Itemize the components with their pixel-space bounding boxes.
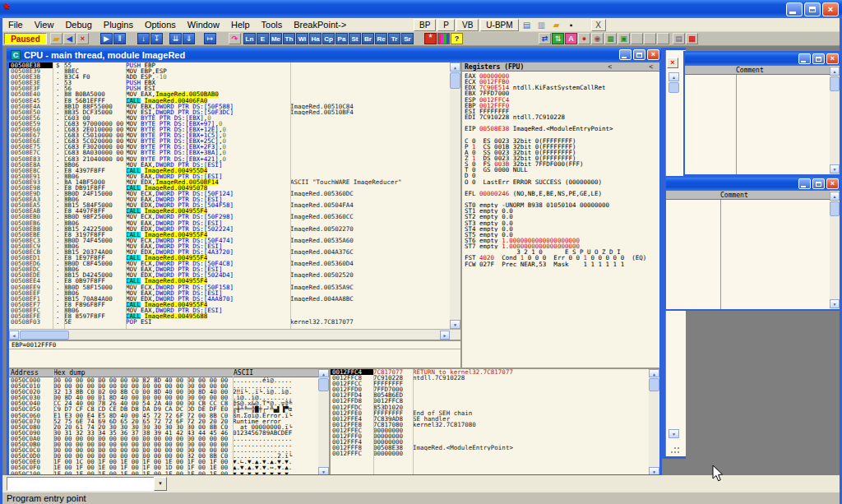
register-row[interactable]: ST0 empty -UNORM B938 01050104 00000000 xyxy=(462,202,659,208)
back-scroll-down-icon[interactable]: ▼ xyxy=(669,429,679,438)
disasm-row[interactable]: 00508EB6.8B06MOV EAX,DWORD PTR DS:[ESI] xyxy=(9,220,450,226)
hex-dump-pane[interactable]: Address Hex dump ASCII 0050C00000 00 00 … xyxy=(9,368,329,474)
pause-button[interactable]: ‖ xyxy=(113,33,126,44)
comment-window-top-content[interactable] xyxy=(685,75,830,174)
stack-row[interactable]: 0012FFC47C817077RETURN to kernel32.7C817… xyxy=(331,369,659,375)
register-row[interactable]: S 0 FS 003B 32bit 7FFDF000(FFF) xyxy=(462,161,659,167)
register-row[interactable]: EIP 00508E38 ImageRed.<ModuleEntryPoint> xyxy=(462,126,659,132)
cpu-window-button[interactable]: Cp xyxy=(322,33,335,44)
threads-window-button[interactable]: Th xyxy=(283,33,295,44)
go-to-address-button[interactable]: ↷ xyxy=(229,33,241,44)
comment-window-bottom-content[interactable] xyxy=(666,200,830,309)
swap-panes-button[interactable]: ⇄ xyxy=(539,33,551,44)
dump-row[interactable]: 0050C060E1 E3 00 E4 E5 8D 40 00 45 72 72… xyxy=(9,413,329,418)
handles-window-button[interactable]: Ha xyxy=(309,33,322,44)
doc-plain-button[interactable]: ▤ xyxy=(673,33,685,44)
dump-row[interactable]: 0050C0D000 00 00 00 00 00 00 00 00 00 00… xyxy=(9,453,329,459)
register-row[interactable]: EAX 00000000 xyxy=(462,73,659,79)
breakpoints-window-button[interactable]: Br xyxy=(362,33,374,44)
close-button[interactable]: × xyxy=(822,2,839,16)
notes-icon[interactable]: ▥ xyxy=(535,19,548,31)
disasm-row[interactable]: 00508ED1.E8 1E97F8FFCALL ImageRed.004955… xyxy=(9,255,450,261)
disasm-row[interactable]: 00508E50.8B35 DCF35000MOV ESI,DWORD PTR … xyxy=(9,109,450,115)
open-file-button[interactable]: ▰ xyxy=(50,33,62,44)
stack-row[interactable]: 0012FFD48054B6ED xyxy=(331,392,659,398)
stack-row[interactable]: 0012FFEC00000000 xyxy=(331,428,659,433)
column-separator[interactable] xyxy=(736,75,737,174)
command-input[interactable] xyxy=(7,477,155,491)
stack-row[interactable]: 0012FFD07FFD7000 xyxy=(331,386,659,392)
scroll-down-icon[interactable]: ▼ xyxy=(830,299,840,308)
disasm-row[interactable]: 00508E4A.8B1D 88F55000MOV EBX,DWORD PTR … xyxy=(9,104,450,109)
dump-row[interactable]: 0050C01000 00 00 00 00 00 00 00 00 00 00… xyxy=(9,383,329,389)
scroll-right-icon[interactable]: ▶ xyxy=(440,331,450,340)
dump-row[interactable]: 0050C0F01E 00 1F 00 1E 00 1F 00 1F 00 1D… xyxy=(9,465,329,470)
dump-row[interactable]: 0050C00000 00 00 00 00 00 00 00 82 8D 40… xyxy=(9,377,329,383)
back-scroll-thumb[interactable] xyxy=(669,82,679,93)
disasm-row[interactable]: 00508E40.B8 B0BA5000MOV EAX,ImageRed.005… xyxy=(9,91,450,97)
register-row[interactable]: O 0 LastErr ERROR_SUCCESS (00000000) xyxy=(462,179,659,185)
disasm-row[interactable]: 00508EFC.8B06MOV EAX,DWORD PTR DS:[ESI] xyxy=(9,307,450,313)
back-scroll-up-icon[interactable]: ▲ xyxy=(669,72,679,81)
restore-button[interactable] xyxy=(804,2,821,16)
disasm-row[interactable]: 00508E3B.83C4 F0ADD ESP,-10 xyxy=(9,74,450,80)
cpu-minimize-button[interactable] xyxy=(619,49,632,60)
record-button[interactable]: ● xyxy=(578,33,590,44)
menu-button-ubpm[interactable]: U-BPM xyxy=(480,19,518,31)
win-b-restore-button[interactable] xyxy=(812,178,825,189)
disasm-row[interactable]: 00508E91.8B06MOV EAX,DWORD PTR DS:[ESI] xyxy=(9,173,450,179)
dump-row[interactable]: 0050C0B000 00 00 00 00 00 00 00 00 00 00… xyxy=(9,442,329,447)
register-row[interactable]: T 0 GS 0000 NULL xyxy=(462,167,659,173)
memory-window-button[interactable]: Me xyxy=(270,33,282,44)
disabled-button-3[interactable] xyxy=(657,33,669,44)
stack-row[interactable]: 0012FFF000000000 xyxy=(331,433,659,439)
help-button[interactable]: ? xyxy=(451,33,463,44)
register-row[interactable]: ST2 empty 0.0 xyxy=(462,214,659,220)
disasm-row[interactable]: 00508E45.E8 56B1EFFFCALL ImageRed.00406F… xyxy=(9,98,450,104)
column-separator[interactable] xyxy=(290,62,291,329)
comment-window-top-titlebar[interactable]: × xyxy=(685,53,840,66)
disasm-row[interactable]: 00508EE4.E8 0B97F8FFCALL ImageRed.004955… xyxy=(9,278,450,284)
disasm-row[interactable]: 00508EAB.E8 4497F8FFCALL ImageRed.004955… xyxy=(9,208,450,214)
register-row[interactable] xyxy=(462,132,659,137)
menu-button-p[interactable]: P xyxy=(437,19,455,31)
disasm-vscrollbar[interactable]: ▲ ▼ xyxy=(450,62,460,329)
win-b-minimize-button[interactable] xyxy=(798,178,811,189)
disasm-row[interactable]: 00508EF7.E8 F896F8FFCALL ImageRed.004955… xyxy=(9,302,450,307)
disasm-row[interactable]: 00508E38$55PUSH EBP xyxy=(9,62,450,68)
disasm-row[interactable]: 00508EA5.8B15 584F5000MOV EDX,DWORD PTR … xyxy=(9,202,450,208)
menu-button-bp[interactable]: BP xyxy=(414,19,436,31)
disassembly-pane[interactable]: 00508E38$55PUSH EBP00508E39.8BECMOV EBP,… xyxy=(9,62,450,329)
cpu-restore-button[interactable] xyxy=(633,49,645,60)
register-row[interactable]: EDX 7C90E514 ntdll.KiFastSystemCallRet xyxy=(462,85,659,90)
stack-window-button[interactable]: St xyxy=(349,33,361,44)
menu-button-vb[interactable]: VB xyxy=(456,19,479,31)
dump-row[interactable]: 0050C050C9 D7 CF C8 CD CE DB D8 DA D9 CA… xyxy=(9,406,329,412)
disasm-row[interactable]: 00508E56.C603 00MOV BYTE PTR DS:[EBX],0 xyxy=(9,115,450,121)
cpu-titlebar[interactable]: C CPU - main thread, module ImageRed × xyxy=(7,48,662,62)
scroll-up-icon[interactable]: ▲ xyxy=(450,62,460,72)
numbers-grid-button[interactable]: ▦ xyxy=(604,33,617,44)
menu-item-plugins[interactable]: Plugins xyxy=(98,19,139,30)
dump-vscrollbar[interactable]: ▲ ▼ xyxy=(318,369,329,474)
menu-item-file[interactable]: File xyxy=(2,19,29,30)
menu-item-tools[interactable]: Tools xyxy=(256,19,289,30)
executables-window-button[interactable]: E xyxy=(257,33,269,44)
stack-row[interactable]: 0012FFF400000000 xyxy=(331,439,659,445)
notepad-icon[interactable]: ▤ xyxy=(520,19,534,31)
column-separator[interactable] xyxy=(53,62,53,329)
source-window-button[interactable]: Sr xyxy=(401,33,414,44)
disasm-hscrollbar[interactable]: ◀ ▶ xyxy=(9,329,460,340)
spiral-button[interactable]: ◉ xyxy=(591,33,604,44)
stack-row[interactable]: 0012FFE87C817080kernel32.7C817080 xyxy=(331,422,659,428)
scroll-down-icon[interactable]: ▼ xyxy=(830,164,840,173)
folder-icon[interactable]: ▰ xyxy=(550,19,563,31)
disabled-button-1[interactable] xyxy=(631,33,643,44)
disasm-row[interactable]: 00508E60.C683 2E010000 00MOV BYTE PTR DS… xyxy=(9,127,450,132)
register-row[interactable]: ST7 empty 1.0000000000000000000 xyxy=(462,243,659,249)
register-row[interactable]: ESP 0012FFC4 xyxy=(462,97,659,103)
stack-vscrollbar[interactable]: ▲ ▼ xyxy=(649,369,659,474)
command-dropdown-icon[interactable]: ▼ xyxy=(154,477,167,491)
stack-pane[interactable]: 0012FFC47C817077RETURN to kernel32.7C817… xyxy=(329,368,659,474)
scroll-thumb[interactable] xyxy=(20,331,69,340)
